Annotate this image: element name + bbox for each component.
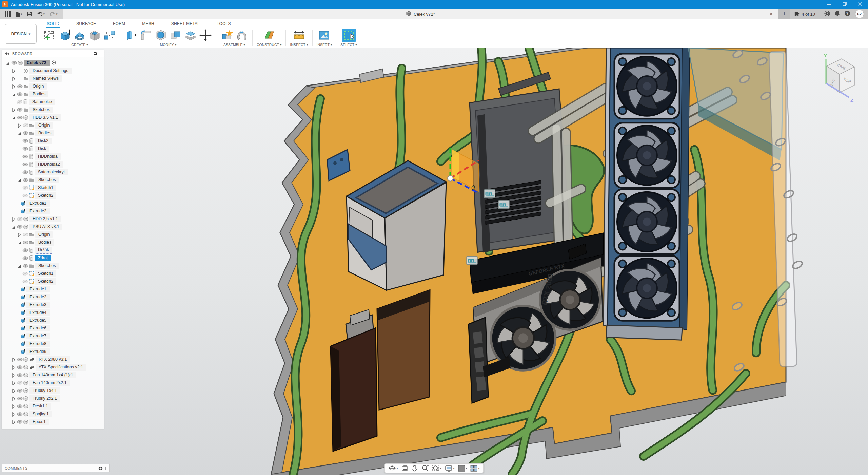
browser-item-label[interactable]: Spojky:1 — [29, 411, 52, 417]
design-dropdown[interactable]: DESIGN▾ — [5, 24, 37, 44]
browser-item-label[interactable]: Sketch1 — [35, 270, 56, 277]
browser-item-extrude3[interactable]: Extrude3 — [2, 301, 104, 309]
collapse-icon[interactable] — [16, 232, 22, 237]
insert-image-icon[interactable] — [318, 29, 331, 42]
browser-item-trubky-2x2-1[interactable]: Trubky 2x2:1 — [2, 395, 104, 402]
visibility-eye-icon[interactable] — [17, 389, 23, 393]
layout-grid-button[interactable]: ▾ — [458, 465, 467, 472]
group-dropdown-modify[interactable]: MODIFY▾ — [160, 42, 176, 47]
move-icon[interactable] — [199, 29, 212, 42]
select-icon[interactable] — [342, 28, 356, 42]
browser-item-label[interactable]: Extrude2 — [26, 208, 50, 214]
browser-item-label[interactable]: Zdroj — [35, 255, 51, 261]
browser-item-label[interactable]: Sketch2 — [35, 278, 56, 285]
browser-item-label[interactable]: Document Settings — [29, 68, 72, 74]
ribbon-tab-form[interactable]: FORM — [112, 21, 126, 28]
save-button[interactable] — [25, 11, 34, 18]
browser-item-label[interactable]: Origin — [35, 122, 53, 129]
pattern-icon[interactable] — [103, 29, 116, 42]
ribbon-tab-sheet-metal[interactable]: SHEET METAL — [171, 21, 200, 28]
browser-item-satamolexkryt[interactable]: Satamolexkryt — [2, 168, 104, 176]
collapse-icon[interactable] — [11, 84, 17, 89]
browser-item-label[interactable]: PSU ATX v3:1 — [29, 224, 62, 230]
help-button[interactable]: ? — [844, 10, 850, 18]
group-dropdown-assemble[interactable]: ASSEMBLE▾ — [223, 42, 245, 47]
avatar[interactable]: FZ — [855, 10, 864, 18]
bell-button[interactable] — [834, 10, 840, 18]
visibility-eye-icon[interactable] — [17, 358, 23, 361]
view-cube[interactable]: BACK LEFT TOP Y Z — [815, 51, 859, 106]
browser-item-label[interactable]: Disk — [35, 146, 49, 152]
file-new-button[interactable]: ▾ — [14, 10, 24, 18]
browser-item-label[interactable]: Sketches — [35, 263, 59, 269]
hole-icon[interactable] — [88, 29, 101, 42]
collapse-icon[interactable] — [11, 76, 17, 81]
browser-item-trubky-1x4-1[interactable]: Trubky 1x4:1 — [2, 387, 104, 395]
visibility-eye-off-icon[interactable] — [22, 194, 28, 197]
browser-item-label[interactable]: Origin — [29, 83, 47, 90]
browser-item-celek-v72[interactable]: Celek v72 — [2, 59, 104, 67]
browser-item-label[interactable]: Sketch1 — [35, 185, 56, 191]
visibility-eye-off-icon[interactable] — [16, 100, 22, 104]
visibility-eye-icon[interactable] — [17, 373, 23, 377]
visibility-eye-icon[interactable] — [22, 170, 28, 174]
browser-item-label[interactable]: Extrude7 — [26, 333, 50, 339]
browser-item-label[interactable]: Celek v72 — [24, 60, 50, 66]
look-at-button[interactable] — [401, 465, 408, 471]
browser-item-extrude4[interactable]: Extrude4 — [2, 309, 104, 317]
browser-item-label[interactable]: Disk2 — [35, 138, 52, 144]
browser-item-label[interactable]: Fan 140mm 2x2:1 — [29, 380, 70, 386]
collapse-icon[interactable] — [11, 108, 17, 112]
browser-item-psu-atx-v3-1[interactable]: PSU ATX v3:1 — [2, 223, 104, 231]
construction-plane-icon[interactable] — [263, 29, 276, 42]
display-mode-icon[interactable] — [93, 52, 97, 56]
browser-item-zdroj[interactable]: Zdroj — [2, 254, 104, 262]
visibility-eye-icon[interactable] — [22, 131, 28, 135]
collapse-icon[interactable] — [11, 420, 17, 424]
visibility-eye-icon[interactable] — [17, 92, 23, 96]
combine-icon[interactable] — [169, 29, 182, 42]
browser-item-rtx-2080-v3-1[interactable]: RTX 2080 v3:1 — [2, 356, 104, 363]
pan-button[interactable] — [412, 465, 418, 472]
window-close-button[interactable] — [852, 0, 868, 9]
redo-button[interactable]: ▾ — [48, 11, 59, 17]
expand-icon[interactable] — [11, 92, 17, 97]
browser-item-extrude5[interactable]: Extrude5 — [2, 317, 104, 324]
collapse-icon[interactable] — [16, 123, 22, 128]
browser-item-label[interactable]: Bodies — [29, 91, 48, 97]
browser-item-sketches[interactable]: Sketches — [2, 262, 104, 270]
visibility-eye-off-icon[interactable] — [22, 233, 28, 236]
browser-item-label[interactable]: Extrude4 — [26, 309, 50, 316]
undo-button[interactable]: ▾ — [35, 11, 47, 17]
revolve-icon[interactable] — [73, 29, 86, 42]
browser-item-extrude1[interactable]: Extrude1 — [2, 285, 104, 293]
browser-item-bodies[interactable]: Bodies — [2, 129, 104, 137]
browser-item-label[interactable]: Extrude1 — [26, 200, 50, 207]
ribbon-tab-solid[interactable]: SOLID — [46, 21, 60, 28]
expand-icon[interactable] — [16, 264, 22, 268]
collapse-icon[interactable] — [11, 217, 17, 222]
browser-item-label[interactable]: Držák — [35, 247, 52, 254]
visibility-eye-icon[interactable] — [17, 404, 23, 408]
browser-item-extrude2[interactable]: Extrude2 — [2, 293, 104, 301]
visibility-eye-off-icon[interactable] — [17, 217, 23, 221]
browser-item-label[interactable]: Extrude9 — [26, 348, 50, 355]
browser-item-bodies[interactable]: Bodies — [2, 90, 104, 98]
visibility-eye-icon[interactable] — [17, 420, 23, 424]
expand-icon[interactable] — [16, 131, 22, 136]
browser-item-extrude8[interactable]: Extrude8 — [2, 340, 104, 348]
collapse-panel-icon[interactable] — [5, 52, 9, 55]
browser-item-epox-1[interactable]: Epox:1 — [2, 418, 104, 426]
expand-icon[interactable] — [11, 225, 17, 229]
browser-item-label[interactable]: HDDholda — [35, 153, 61, 160]
display-settings-button[interactable]: ▾ — [445, 465, 455, 472]
collapse-icon[interactable] — [11, 388, 17, 393]
browser-item-label[interactable]: Sketches — [29, 107, 53, 113]
browser-item-extrude1[interactable]: Extrude1 — [2, 200, 104, 207]
browser-item-label[interactable]: Desk1:1 — [29, 403, 51, 410]
visibility-eye-icon[interactable] — [22, 264, 28, 268]
group-dropdown-create[interactable]: CREATE▾ — [71, 42, 88, 47]
expand-icon[interactable] — [16, 178, 22, 183]
visibility-eye-icon[interactable] — [17, 412, 23, 416]
browser-item-hddholda[interactable]: HDDholda — [2, 153, 104, 160]
